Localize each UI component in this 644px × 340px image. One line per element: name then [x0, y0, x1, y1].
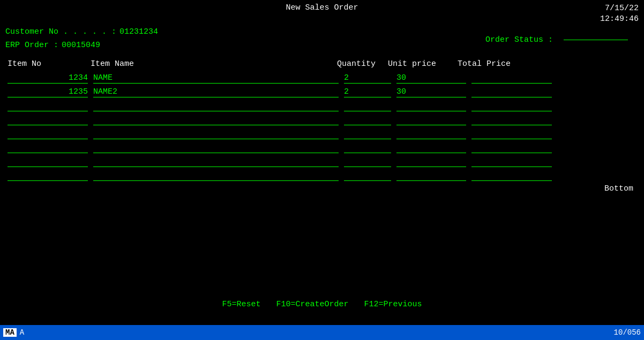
col-header-quantity: Quantity [337, 59, 388, 69]
cell-item-no-5[interactable] [8, 142, 88, 153]
cell-item-name-0[interactable]: NAME [93, 73, 339, 84]
cell-item-no-0[interactable]: 1234 [8, 73, 88, 84]
statusbar-position: 10/056 [614, 328, 641, 337]
table-row [5, 156, 639, 167]
col-header-total-price: Total Price [458, 59, 543, 69]
title-bar: New Sales Order 7/15/22 12:49:46 [5, 2, 639, 24]
table-row: 1235 NAME2 2 30 [5, 87, 639, 97]
cell-total-price-0[interactable] [471, 73, 552, 84]
cell-unit-price-1[interactable]: 30 [396, 87, 466, 97]
cell-quantity-2[interactable] [344, 101, 391, 111]
col-header-item-no: Item No [8, 59, 91, 69]
cell-item-name-2[interactable] [93, 101, 339, 111]
cell-quantity-1[interactable]: 2 [344, 87, 391, 97]
function-keys: F5=Reset F10=CreateOrder F12=Previous [0, 300, 644, 309]
erp-order-value: 00015049 [62, 41, 100, 50]
table-row [5, 170, 639, 181]
cell-total-price-1[interactable] [471, 87, 552, 97]
page-title: New Sales Order [70, 3, 574, 12]
cell-item-name-6[interactable] [93, 156, 339, 167]
cell-quantity-4[interactable] [344, 129, 391, 139]
statusbar: MA A 10/056 [0, 325, 644, 340]
cell-item-name-7[interactable] [93, 170, 339, 181]
customer-no-row: Customer No . . . . . : 01231234 [5, 27, 158, 36]
left-header: Customer No . . . . . : 01231234 ERP Ord… [5, 27, 158, 52]
cell-unit-price-7[interactable] [396, 170, 466, 181]
cell-total-price-4[interactable] [471, 129, 552, 139]
date: 7/15/22 [574, 3, 639, 14]
cell-quantity-0[interactable]: 2 [344, 73, 391, 84]
table-row [5, 142, 639, 153]
customer-no-label: Customer No . . . . . : [5, 27, 116, 36]
cell-unit-price-3[interactable] [396, 115, 466, 125]
cell-item-name-4[interactable] [93, 129, 339, 139]
table-row: 1234 NAME 2 30 [5, 73, 639, 84]
erp-order-row: ERP Order : 00015049 [5, 41, 158, 50]
cell-total-price-7[interactable] [471, 170, 552, 181]
cell-unit-price-0[interactable]: 30 [396, 73, 466, 84]
f10-key[interactable]: F10=CreateOrder [276, 300, 348, 309]
f5-key[interactable]: F5=Reset [222, 300, 260, 309]
order-status-label: Order Status : [485, 35, 553, 44]
screen: New Sales Order 7/15/22 12:49:46 Custome… [0, 0, 644, 325]
col-header-unit-price: Unit price [388, 59, 458, 69]
table-row [5, 115, 639, 125]
cell-item-name-1[interactable]: NAME2 [93, 87, 339, 97]
cell-item-no-4[interactable] [8, 129, 88, 139]
header-info: Customer No . . . . . : 01231234 ERP Ord… [5, 27, 639, 52]
col-header-item-name: Item Name [91, 59, 337, 69]
datetime: 7/15/22 12:49:46 [574, 3, 639, 24]
table-body: 1234 NAME 2 30 1235 NAME2 2 30 [5, 73, 639, 181]
order-status-row: Order Status : [485, 35, 628, 44]
cell-item-no-2[interactable] [8, 101, 88, 111]
cell-quantity-5[interactable] [344, 142, 391, 153]
cell-item-no-3[interactable] [8, 115, 88, 125]
bottom-label: Bottom [604, 184, 633, 193]
cell-quantity-3[interactable] [344, 115, 391, 125]
cell-total-price-6[interactable] [471, 156, 552, 167]
cell-item-name-5[interactable] [93, 142, 339, 153]
table-row [5, 101, 639, 111]
cell-unit-price-5[interactable] [396, 142, 466, 153]
cell-total-price-5[interactable] [471, 142, 552, 153]
cell-item-no-7[interactable] [8, 170, 88, 181]
table-row [5, 129, 639, 139]
cell-quantity-6[interactable] [344, 156, 391, 167]
cell-unit-price-4[interactable] [396, 129, 466, 139]
cell-total-price-2[interactable] [471, 101, 552, 111]
cell-item-no-6[interactable] [8, 156, 88, 167]
cell-unit-price-6[interactable] [396, 156, 466, 167]
statusbar-insert: A [20, 328, 24, 337]
statusbar-mode: MA [3, 328, 17, 337]
f12-key[interactable]: F12=Previous [364, 300, 422, 309]
header-rows: Customer No . . . . . : 01231234 ERP Ord… [5, 27, 639, 52]
erp-order-label: ERP Order : [5, 41, 58, 50]
cell-item-no-1[interactable]: 1235 [8, 87, 88, 97]
time: 12:49:46 [574, 14, 639, 25]
order-status-field[interactable] [564, 40, 628, 40]
cell-quantity-7[interactable] [344, 170, 391, 181]
cell-item-name-3[interactable] [93, 115, 339, 125]
table-headers: Item No Item Name Quantity Unit price To… [5, 59, 639, 69]
customer-no-value: 01231234 [119, 27, 158, 36]
cell-total-price-3[interactable] [471, 115, 552, 125]
cell-unit-price-2[interactable] [396, 101, 466, 111]
statusbar-left: MA A [3, 328, 24, 337]
table-container: Item No Item Name Quantity Unit price To… [5, 59, 639, 181]
